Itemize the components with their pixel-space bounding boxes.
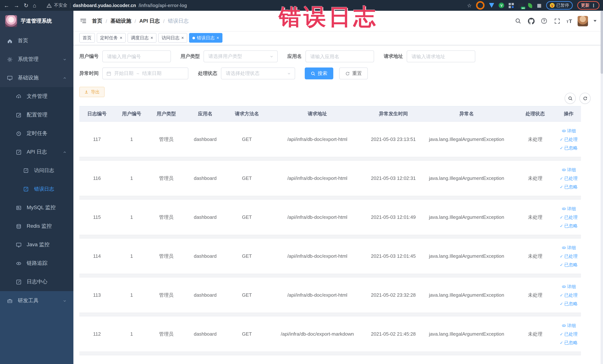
user-id-input[interactable] — [102, 50, 171, 62]
table-row[interactable]: 116 1 管理员 dashboard GET /api/infra/db-do… — [79, 161, 581, 196]
tab-job-log[interactable]: 调度日志× — [128, 33, 156, 43]
search-button[interactable]: 搜索 — [305, 68, 333, 79]
close-icon[interactable]: × — [120, 35, 122, 40]
check-icon: ✓ — [560, 261, 563, 268]
mark-processed-link[interactable]: ✓已处理 — [560, 213, 578, 221]
sidebar-item-access-log[interactable]: 访问日志 — [0, 161, 73, 180]
home-icon[interactable]: ⌂ — [33, 3, 36, 8]
sidebar-item-logcenter[interactable]: 日志中心 — [0, 273, 73, 291]
extension-icon-leaf[interactable] — [528, 3, 533, 8]
reload-icon[interactable]: ↻ — [24, 3, 28, 8]
update-button[interactable]: 更新 ⋮ — [577, 1, 600, 10]
main-area: 首页 / 基础设施 / API 日志 / 错误日志 TT — [73, 11, 603, 364]
date-range-picker[interactable]: 开始日期 ~ 结束日期 — [102, 68, 188, 79]
detail-link[interactable]: 详细 — [561, 166, 576, 173]
scrollbar-thumb[interactable] — [601, 11, 603, 74]
sidebar-item-file[interactable]: 文件管理 — [0, 87, 73, 106]
check-icon: ✓ — [560, 222, 563, 229]
mark-processed-link[interactable]: ✓已处理 — [560, 291, 578, 299]
table-header: 日志编号 用户编号 用户类型 应用名 请求方法名 请求地址 异常发生时间 异常名… — [79, 106, 581, 122]
mark-ignored-link[interactable]: ✓已忽略 — [560, 222, 578, 229]
tab-home[interactable]: 首页 — [79, 33, 95, 43]
sidebar-item-config[interactable]: 配置管理 — [0, 106, 73, 124]
extension-icon-grid[interactable] — [509, 3, 514, 8]
logo-row[interactable]: 芋道管理系统 — [0, 11, 73, 32]
table-row[interactable]: 114 1 管理员 dashboard GET /api/infra/db-do… — [79, 238, 581, 274]
detail-link[interactable]: 详细 — [561, 244, 576, 251]
close-icon[interactable]: × — [151, 35, 153, 40]
app-name-input[interactable] — [305, 50, 374, 62]
sidebar-item-error-log[interactable]: 错误日志 — [0, 180, 73, 199]
tab-error-log[interactable]: 错误日志× — [189, 33, 222, 43]
extensions-puzzle-icon[interactable]: ▦ — [537, 3, 542, 8]
address-bar[interactable]: 不安全 dashboard.yudao.iocoder.cn/infra/log… — [46, 2, 187, 9]
sidebar-item-system[interactable]: 系统管理 — [0, 50, 73, 69]
sidebar-item-mysql[interactable]: MySQL 监控 — [0, 199, 73, 217]
mark-processed-link[interactable]: ✓已处理 — [560, 252, 578, 260]
sidebar-item-apilog[interactable]: API 日志 — [0, 143, 73, 161]
process-status-select[interactable]: 请选择处理状态 — [221, 68, 295, 79]
font-size-icon[interactable]: TT — [567, 18, 572, 23]
fullscreen-icon[interactable] — [554, 17, 561, 25]
table-row[interactable]: 115 1 管理员 dashboard GET /api/infra/db-do… — [79, 200, 581, 235]
toggle-search-button[interactable] — [565, 93, 576, 104]
sidebar-item-java[interactable]: Java 监控 — [0, 235, 73, 254]
close-icon[interactable]: × — [181, 35, 184, 40]
mark-ignored-link[interactable]: ✓已忽略 — [560, 339, 578, 346]
table-row[interactable]: 113 1 管理员 dashboard GET /api/infra/db-do… — [79, 277, 581, 313]
mark-processed-link[interactable]: ✓已处理 — [560, 175, 578, 182]
monitor-icon — [16, 242, 22, 248]
table-row[interactable]: 112 1 管理员 dashboard GET /api/infra/db-do… — [79, 316, 581, 352]
calendar-icon — [106, 71, 111, 76]
sidebar-item-infra[interactable]: 基础设施 — [0, 69, 73, 87]
hamburger-fold-icon[interactable] — [79, 17, 87, 25]
detail-link[interactable]: 详细 — [561, 283, 576, 290]
scrollbar-track[interactable] — [601, 11, 603, 364]
reset-button[interactable]: 重置 — [339, 68, 368, 79]
sidebar-item-redis[interactable]: Redis 监控 — [0, 217, 73, 235]
filter-row-1: 用户编号 用户类型 请选择用户类型 应用名 — [79, 50, 603, 62]
sidebar-item-home[interactable]: 首页 — [0, 32, 73, 50]
mark-ignored-link[interactable]: ✓已忽略 — [560, 261, 578, 268]
extension-icon-green-v[interactable]: V — [499, 3, 504, 8]
request-url-input[interactable] — [407, 50, 475, 62]
mark-ignored-link[interactable]: ✓已忽略 — [560, 144, 578, 152]
browser-menu-icon[interactable]: ⋮ — [591, 3, 596, 8]
forward-icon[interactable]: → — [14, 3, 19, 8]
sidebar-item-devtools[interactable]: 研发工具 — [0, 291, 73, 310]
extension-icon-shield[interactable] — [489, 3, 494, 8]
error-log-table: 日志编号 用户编号 用户类型 应用名 请求方法名 请求地址 异常发生时间 异常名… — [79, 106, 581, 355]
github-icon[interactable] — [528, 17, 535, 25]
mark-processed-link[interactable]: ✓已处理 — [560, 330, 578, 338]
table-row[interactable]: 117 1 管理员 dashboard GET /api/infra/db-do… — [79, 122, 581, 157]
search-icon[interactable] — [515, 17, 522, 25]
mark-ignored-link[interactable]: ✓已忽略 — [560, 300, 578, 307]
detail-link[interactable]: 详细 — [561, 322, 576, 329]
sidebar-item-trace[interactable]: 链路追踪 — [0, 254, 73, 273]
close-icon[interactable]: × — [217, 35, 219, 40]
detail-link[interactable]: 详细 — [561, 127, 576, 134]
extension-icon-switch[interactable]: on — [518, 3, 523, 8]
tab-job[interactable]: 定时任务× — [97, 33, 126, 43]
mark-ignored-link[interactable]: ✓已忽略 — [560, 183, 578, 190]
avatar[interactable] — [578, 16, 588, 26]
paused-badge[interactable]: 已暂停 — [546, 1, 573, 10]
back-icon[interactable]: ← — [4, 3, 9, 8]
breadcrumb-apilog[interactable]: API 日志 — [139, 18, 160, 24]
breadcrumb-infra[interactable]: 基础设施 — [110, 18, 131, 24]
sidebar-item-job[interactable]: 定时任务 — [0, 124, 73, 143]
refresh-table-button[interactable] — [580, 93, 591, 104]
mark-processed-link[interactable]: ✓已处理 — [560, 136, 578, 143]
help-icon[interactable] — [541, 17, 548, 25]
export-button[interactable]: 导出 — [79, 87, 104, 97]
extension-icon-orange[interactable] — [476, 1, 485, 10]
chevron-up-icon — [63, 76, 67, 80]
sidebar-menu: 首页 系统管理 基础设施 文件管理 — [0, 32, 73, 364]
tab-access-log[interactable]: 访问日志× — [158, 33, 187, 43]
detail-link[interactable]: 详细 — [561, 205, 576, 212]
user-type-select[interactable]: 请选择用户类型 — [204, 50, 278, 62]
avatar-caret-icon[interactable] — [593, 20, 596, 22]
eye-icon — [561, 206, 566, 211]
breadcrumb-home[interactable]: 首页 — [92, 18, 102, 24]
bookmark-star-icon[interactable]: ☆ — [467, 3, 472, 8]
